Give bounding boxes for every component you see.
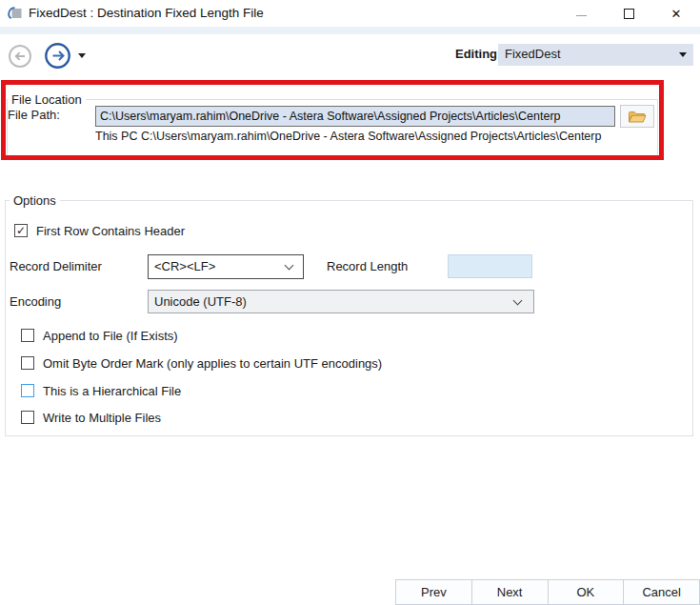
omit-byte-order-mark-label: Omit Byte Order Mark (only applies to ce… <box>43 356 382 371</box>
omit-byte-order-mark-checkbox[interactable] <box>21 356 34 370</box>
back-button[interactable] <box>8 44 32 69</box>
next-button[interactable]: Next <box>471 579 549 605</box>
editing-dropdown-caret-icon <box>679 52 687 57</box>
record-delimiter-chevron-icon <box>285 261 294 271</box>
first-row-contains-header-label: First Row Contains Header <box>36 224 185 238</box>
cancel-button[interactable]: Cancel <box>623 579 700 605</box>
hierarchical-file-checkbox[interactable] <box>21 384 34 397</box>
append-to-file-label: Append to File (If Exists) <box>43 329 178 343</box>
close-button[interactable]: ✕ <box>652 0 700 27</box>
maximize-icon <box>624 9 634 19</box>
write-to-multiple-files-label: Write to Multiple Files <box>43 411 161 425</box>
browse-file-button[interactable] <box>620 105 654 128</box>
first-row-contains-header-checkbox[interactable]: ✓ <box>14 224 28 237</box>
file-path-input[interactable] <box>95 106 615 127</box>
hierarchical-file-checkbox-row[interactable]: This is a Hierarchical File <box>21 383 181 398</box>
ok-button[interactable]: OK <box>548 579 625 605</box>
encoding-dropdown[interactable]: Unicode (UTF-8) <box>148 290 534 313</box>
forward-button[interactable] <box>44 42 71 70</box>
encoding-label: Encoding <box>10 294 61 309</box>
window-title: FixedDest : Destination Fixed Length Fil… <box>29 6 264 20</box>
window-controls: ✕ <box>557 0 700 27</box>
encoding-chevron-icon <box>513 296 523 306</box>
file-location-group-label: File Location <box>8 92 86 107</box>
destination-fixed-length-file-dialog: FixedDest : Destination Fixed Length Fil… <box>0 0 700 605</box>
prev-button[interactable]: Prev <box>395 579 472 605</box>
minimize-button[interactable] <box>557 0 605 27</box>
record-length-input[interactable] <box>448 254 532 278</box>
title-bar: FixedDest : Destination Fixed Length Fil… <box>0 0 700 27</box>
forward-dropdown-icon[interactable] <box>78 53 86 58</box>
editing-label: Editing: <box>455 47 501 61</box>
editing-object-value: FixedDest <box>505 47 561 61</box>
footer-button-bar: Prev Next OK Cancel <box>395 579 700 605</box>
checkmark-icon: ✓ <box>16 225 26 236</box>
file-path-label: File Path: <box>8 108 60 122</box>
hierarchical-file-label: This is a Hierarchical File <box>43 384 181 398</box>
titlebar-separator <box>0 27 700 34</box>
record-delimiter-dropdown[interactable]: <CR><LF> <box>148 254 304 279</box>
append-to-file-checkbox-row[interactable]: Append to File (If Exists) <box>21 328 178 343</box>
write-to-multiple-files-checkbox-row[interactable]: Write to Multiple Files <box>21 410 161 425</box>
close-icon: ✕ <box>671 8 682 20</box>
record-length-label: Record Length <box>327 259 408 273</box>
omit-byte-order-mark-checkbox-row[interactable]: Omit Byte Order Mark (only applies to ce… <box>21 355 382 371</box>
write-to-multiple-files-checkbox[interactable] <box>21 411 34 424</box>
editing-object-dropdown[interactable]: FixedDest <box>498 44 693 66</box>
minimize-icon <box>576 15 587 16</box>
options-group-label: Options <box>10 193 60 208</box>
append-to-file-checkbox[interactable] <box>21 329 34 342</box>
record-delimiter-label: Record Delimiter <box>10 259 102 273</box>
encoding-value: Unicode (UTF-8) <box>154 294 247 309</box>
maximize-button[interactable] <box>605 0 652 27</box>
record-delimiter-value: <CR><LF> <box>154 259 215 273</box>
first-row-contains-header-checkbox-row[interactable]: ✓ First Row Contains Header <box>14 223 185 238</box>
app-icon <box>7 6 23 22</box>
resolved-file-path-text: This PC C:\Users\maryam.rahim\OneDrive -… <box>95 130 660 143</box>
open-folder-icon <box>628 110 647 124</box>
